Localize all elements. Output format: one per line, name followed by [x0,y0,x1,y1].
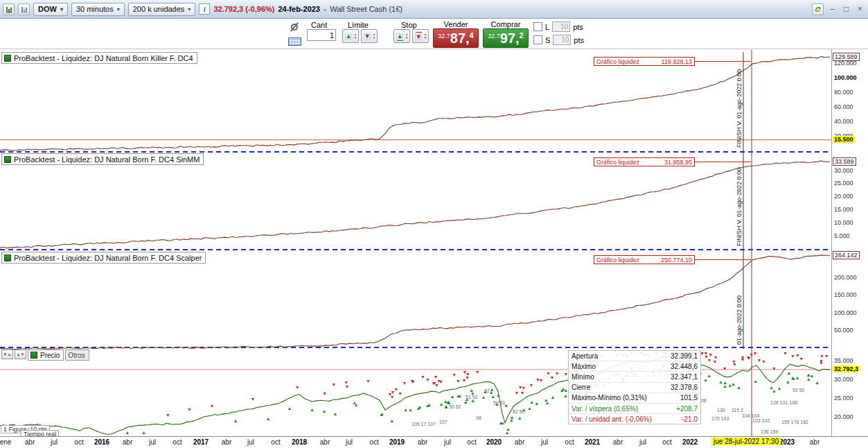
limit-sell-button[interactable]: ▼ ▴▾ [361,29,378,43]
timeframe-dropdown[interactable]: 30 minutos ▾ [71,3,125,16]
close-button[interactable]: × [855,3,865,15]
tab-otros[interactable]: Otros [65,350,89,361]
up-arrow-icon: ▲ [397,32,403,41]
sell-price-prefix: 32.7 [438,33,450,40]
equity-sinmm-curve-alt [0,161,830,248]
tooltip-row: Mínimo32.347,1 [569,372,700,382]
x-axis-label: 2017 [193,438,209,446]
panel-title-backtest-3[interactable]: ProBacktest - Liquidez: DJ Natural Born … [1,252,206,264]
y-axis-label: 100.000 [834,74,857,81]
y-axis-label: 10.000 [834,219,853,226]
y-axis-label: 120.000 [834,60,857,67]
y-axis-label: 80.000 [834,89,853,96]
time-axis[interactable]: eneabrjuloct2016abrjuloct2017abrjuloct20… [0,436,868,448]
y-axis-label: 40.000 [834,118,853,125]
tooltip-row: Máximo-Mínimo (0,31%)101,5 [569,393,700,404]
y-axis-label: 30.000 [834,167,853,174]
stop-checkbox[interactable] [533,35,542,44]
grid-icon: ▲ [396,32,405,40]
tab-precio[interactable]: Precio [28,350,64,361]
liquidity-label: Gráfico liquidez [596,256,639,264]
sell-button[interactable]: 32.7 87, 4 [433,28,479,48]
symbol-dropdown[interactable]: DOW ▾ [33,3,68,16]
probacktest-icon [4,55,11,62]
quote-date: 24-feb-2023 [278,5,320,13]
x-axis-label: 2021 [585,438,600,446]
tooltip-label: Var. / víspera (0,65%) [572,405,638,413]
refresh-icon[interactable] [812,3,824,15]
x-axis-label: jul [444,438,451,446]
up-arrow-icon: ▲ [8,352,12,356]
stop-label: Stop [401,21,417,29]
y-axis-label: 20.000 [834,413,853,420]
x-axis-label: abr [25,438,35,446]
stop-points-input[interactable] [553,35,571,45]
tooltip-value: 32.347,1 [671,373,698,381]
instrument-name: Wall Street Cash (1€) [330,5,402,13]
y-axis-label: 100.000 [834,309,857,316]
last-quote: 32.792,3 (-0,96%) [213,5,274,13]
maximize-button[interactable]: □ [841,3,851,15]
minimize-button[interactable]: – [827,3,838,15]
panel-title-label: ProBacktest - Liquidez: DJ Natural Born … [14,54,193,62]
buy-button[interactable]: 32.7 97, 2 [483,28,529,48]
price-change: (-0,96%) [245,5,274,13]
stop-buy-button[interactable]: ▲ ▴▾ [393,29,410,43]
highlighted-price-label: 32.792,3 [833,365,860,372]
x-axis-label: abr [515,438,524,446]
liquidity-label: Gráfico liquidez [596,158,639,166]
x-axis-label: 2020 [486,438,502,446]
timeframe-label: 30 minutos [76,5,114,13]
liquidity-annotation-3: Gráfico liquidez 250.774,10 [594,255,695,264]
keypad-icon[interactable] [288,37,301,46]
bar-chart-icon[interactable] [18,3,30,15]
symbol-label: DOW [38,5,57,13]
y-axis-label: 150.000 [834,291,857,298]
limit-checkbox[interactable] [533,22,542,31]
tooltip-value: +208,7 [676,405,698,413]
chevron-down-icon: ▾ [188,6,191,12]
x-axis-label: abr [123,438,132,446]
s-label: S [545,36,550,44]
down-arrow-icon: ▼ [21,352,25,356]
x-axis-label: jul [149,438,156,446]
units-dropdown[interactable]: 200 k unidades ▾ [128,3,196,16]
liquidity-value: 250.774,10 [661,256,692,264]
x-axis-label: jul [346,438,353,446]
cant-label: Cant [311,21,327,29]
info-icon[interactable]: i [199,3,210,15]
tools-icon[interactable] [290,22,299,32]
limit-points-input[interactable] [552,21,570,32]
window-titlebar: DOW ▾ 30 minutos ▾ 200 k unidades ▾ i 32… [0,0,868,19]
candlestick-chart-icon[interactable] [3,3,15,15]
comprar-label: Comprar [483,20,529,28]
sell-marker-toggle[interactable]: ▼▲ [1,350,13,359]
stop-sell-button[interactable]: ▼ ▴▾ [412,29,429,43]
buy-price-prefix: 32.7 [488,33,500,40]
y-axis-label: 35.000 [834,357,853,364]
x-axis-label: oct [172,438,181,446]
liquidity-value: 119.928,13 [662,58,692,65]
limit-buy-button[interactable]: ▲ ▴▾ [342,29,359,43]
quantity-input[interactable] [307,29,336,41]
x-axis-label: abr [810,438,820,446]
prorealtime-window: DOW ▾ 30 minutos ▾ 200 k unidades ▾ i 32… [0,0,868,448]
x-axis-label: jul [247,438,254,446]
buy-marker-toggle[interactable]: ▲▼ [15,350,26,359]
data-window-tooltip: Apertura32.399,1Máximo32.448,6Mínimo32.3… [568,350,701,424]
tooltip-label: Cierre [572,384,590,391]
equity-scalper-curve-alt [0,255,830,350]
x-axis-label: abr [613,438,623,446]
price-chart-icon [30,352,37,359]
price-axis[interactable]: 129.589120.000100.00080.00060.00040.0002… [831,49,868,436]
panel-title-backtest-1[interactable]: ProBacktest - Liquidez: DJ Natural Born … [1,52,197,64]
tooltip-label: Var. / unidad ant. (-0,06%) [572,415,652,423]
x-axis-label: 2019 [389,438,405,446]
panel-title-backtest-2[interactable]: ProBacktest - Liquidez: DJ Natural Born … [1,153,204,165]
tooltip-value: 32.378,6 [671,384,698,391]
y-axis-label: 25.000 [834,180,853,187]
mini-down-arrow-icon: ▾ [373,36,375,40]
y-axis-label: 60.000 [834,103,853,110]
tooltip-value: 32.448,6 [671,363,698,370]
x-axis-label: ene [0,438,11,446]
